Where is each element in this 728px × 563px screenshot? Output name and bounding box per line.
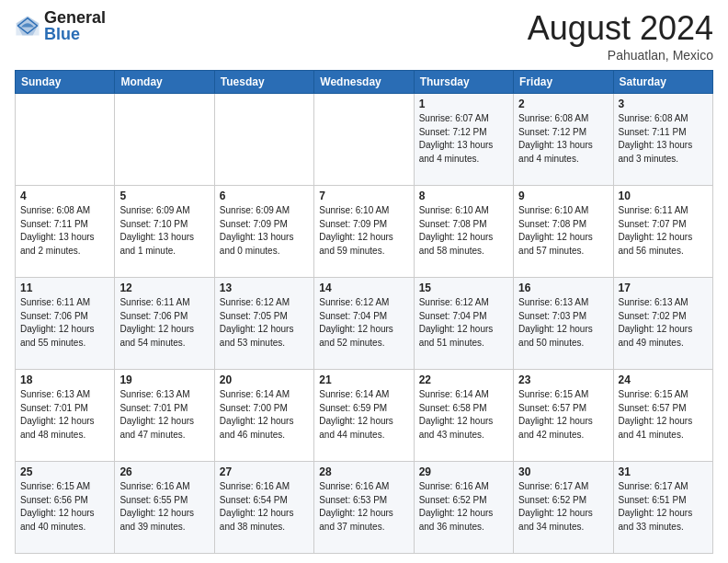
day-number: 26 (119, 465, 209, 478)
calendar-cell: 14Sunrise: 6:12 AM Sunset: 7:04 PM Dayli… (314, 278, 414, 370)
calendar-cell: 16Sunrise: 6:13 AM Sunset: 7:03 PM Dayli… (514, 278, 613, 370)
day-number: 11 (20, 282, 109, 294)
day-info: Sunrise: 6:11 AM Sunset: 7:07 PM Dayligh… (619, 204, 708, 258)
day-info: Sunrise: 6:08 AM Sunset: 7:11 PM Dayligh… (20, 204, 109, 258)
calendar-cell: 1Sunrise: 6:07 AM Sunset: 7:12 PM Daylig… (414, 94, 513, 186)
day-number: 2 (518, 98, 608, 110)
calendar-cell: 20Sunrise: 6:14 AM Sunset: 7:00 PM Dayli… (214, 370, 313, 462)
day-info: Sunrise: 6:14 AM Sunset: 7:00 PM Dayligh… (220, 388, 309, 442)
day-number: 19 (119, 373, 209, 386)
day-number: 10 (619, 190, 708, 202)
calendar-cell: 10Sunrise: 6:11 AM Sunset: 7:07 PM Dayli… (613, 186, 712, 278)
day-number: 7 (319, 190, 408, 202)
day-number: 30 (518, 465, 608, 478)
day-info: Sunrise: 6:15 AM Sunset: 6:57 PM Dayligh… (518, 388, 608, 442)
day-info: Sunrise: 6:13 AM Sunset: 7:01 PM Dayligh… (119, 388, 209, 442)
header: General Blue August 2024 Pahuatlan, Mexi… (15, 9, 713, 63)
day-header-monday: Monday (115, 71, 214, 94)
calendar-cell: 19Sunrise: 6:13 AM Sunset: 7:01 PM Dayli… (115, 370, 214, 462)
calendar-cell: 5Sunrise: 6:09 AM Sunset: 7:10 PM Daylig… (115, 186, 214, 278)
day-number: 5 (119, 190, 209, 202)
calendar-cell: 26Sunrise: 6:16 AM Sunset: 6:55 PM Dayli… (115, 462, 214, 554)
day-info: Sunrise: 6:12 AM Sunset: 7:05 PM Dayligh… (220, 296, 309, 350)
calendar-week-4: 18Sunrise: 6:13 AM Sunset: 7:01 PM Dayli… (16, 370, 713, 462)
day-number: 17 (619, 282, 708, 294)
calendar-cell: 12Sunrise: 6:11 AM Sunset: 7:06 PM Dayli… (115, 278, 214, 370)
day-number: 4 (20, 190, 109, 202)
calendar-cell: 11Sunrise: 6:11 AM Sunset: 7:06 PM Dayli… (16, 278, 115, 370)
day-info: Sunrise: 6:14 AM Sunset: 6:59 PM Dayligh… (319, 388, 408, 442)
title-block: August 2024 Pahuatlan, Mexico (528, 9, 713, 63)
day-info: Sunrise: 6:17 AM Sunset: 6:51 PM Dayligh… (619, 480, 708, 534)
day-info: Sunrise: 6:11 AM Sunset: 7:06 PM Dayligh… (119, 296, 209, 350)
calendar-week-5: 25Sunrise: 6:15 AM Sunset: 6:56 PM Dayli… (16, 462, 713, 554)
calendar-cell: 28Sunrise: 6:16 AM Sunset: 6:53 PM Dayli… (314, 462, 414, 554)
day-number: 20 (220, 373, 309, 386)
calendar-week-3: 11Sunrise: 6:11 AM Sunset: 7:06 PM Dayli… (16, 278, 713, 370)
main-title: August 2024 (528, 9, 713, 48)
logo-blue-text: Blue (44, 26, 106, 42)
day-number: 25 (20, 465, 109, 478)
day-info: Sunrise: 6:15 AM Sunset: 6:57 PM Dayligh… (619, 388, 708, 442)
day-number: 18 (20, 373, 109, 386)
day-info: Sunrise: 6:10 AM Sunset: 7:08 PM Dayligh… (518, 204, 608, 258)
day-info: Sunrise: 6:13 AM Sunset: 7:03 PM Dayligh… (518, 296, 608, 350)
calendar-cell: 7Sunrise: 6:10 AM Sunset: 7:09 PM Daylig… (314, 186, 414, 278)
day-header-friday: Friday (514, 71, 613, 94)
day-number: 31 (619, 465, 708, 478)
calendar-cell: 25Sunrise: 6:15 AM Sunset: 6:56 PM Dayli… (16, 462, 115, 554)
day-number: 1 (419, 98, 508, 110)
day-info: Sunrise: 6:08 AM Sunset: 7:11 PM Dayligh… (619, 112, 708, 166)
day-number: 15 (419, 282, 508, 294)
calendar-cell (16, 94, 115, 186)
calendar-cell: 15Sunrise: 6:12 AM Sunset: 7:04 PM Dayli… (414, 278, 513, 370)
calendar-cell: 2Sunrise: 6:08 AM Sunset: 7:12 PM Daylig… (514, 94, 613, 186)
day-info: Sunrise: 6:13 AM Sunset: 7:02 PM Dayligh… (619, 296, 708, 350)
day-info: Sunrise: 6:14 AM Sunset: 6:58 PM Dayligh… (419, 388, 508, 442)
day-info: Sunrise: 6:15 AM Sunset: 6:56 PM Dayligh… (20, 480, 109, 534)
day-number: 16 (518, 282, 608, 294)
day-number: 22 (419, 373, 508, 386)
day-info: Sunrise: 6:13 AM Sunset: 7:01 PM Dayligh… (20, 388, 109, 442)
day-number: 21 (319, 373, 408, 386)
calendar-cell: 24Sunrise: 6:15 AM Sunset: 6:57 PM Dayli… (613, 370, 712, 462)
day-info: Sunrise: 6:16 AM Sunset: 6:52 PM Dayligh… (419, 480, 508, 534)
day-header-thursday: Thursday (414, 71, 513, 94)
day-info: Sunrise: 6:16 AM Sunset: 6:55 PM Dayligh… (119, 480, 209, 534)
calendar-cell: 8Sunrise: 6:10 AM Sunset: 7:08 PM Daylig… (414, 186, 513, 278)
calendar-cell (214, 94, 313, 186)
day-number: 24 (619, 373, 708, 386)
day-number: 9 (518, 190, 608, 202)
calendar-cell: 27Sunrise: 6:16 AM Sunset: 6:54 PM Dayli… (214, 462, 313, 554)
day-header-sunday: Sunday (16, 71, 115, 94)
day-info: Sunrise: 6:12 AM Sunset: 7:04 PM Dayligh… (419, 296, 508, 350)
calendar-cell: 23Sunrise: 6:15 AM Sunset: 6:57 PM Dayli… (514, 370, 613, 462)
calendar-header-row: SundayMondayTuesdayWednesdayThursdayFrid… (16, 71, 713, 94)
day-info: Sunrise: 6:17 AM Sunset: 6:52 PM Dayligh… (518, 480, 608, 534)
calendar-cell: 17Sunrise: 6:13 AM Sunset: 7:02 PM Dayli… (613, 278, 712, 370)
calendar-cell: 6Sunrise: 6:09 AM Sunset: 7:09 PM Daylig… (214, 186, 313, 278)
logo-icon (15, 13, 40, 39)
day-number: 23 (518, 373, 608, 386)
day-number: 13 (220, 282, 309, 294)
calendar-cell: 30Sunrise: 6:17 AM Sunset: 6:52 PM Dayli… (514, 462, 613, 554)
day-number: 29 (419, 465, 508, 478)
day-number: 8 (419, 190, 508, 202)
day-header-tuesday: Tuesday (214, 71, 313, 94)
calendar-cell (115, 94, 214, 186)
page: General Blue August 2024 Pahuatlan, Mexi… (0, 0, 728, 563)
day-info: Sunrise: 6:07 AM Sunset: 7:12 PM Dayligh… (419, 112, 508, 166)
calendar-cell: 21Sunrise: 6:14 AM Sunset: 6:59 PM Dayli… (314, 370, 414, 462)
day-info: Sunrise: 6:10 AM Sunset: 7:09 PM Dayligh… (319, 204, 408, 258)
day-number: 28 (319, 465, 408, 478)
day-header-saturday: Saturday (613, 71, 712, 94)
day-number: 6 (220, 190, 309, 202)
calendar-cell: 13Sunrise: 6:12 AM Sunset: 7:05 PM Dayli… (214, 278, 313, 370)
calendar-cell: 18Sunrise: 6:13 AM Sunset: 7:01 PM Dayli… (16, 370, 115, 462)
calendar-cell: 29Sunrise: 6:16 AM Sunset: 6:52 PM Dayli… (414, 462, 513, 554)
calendar-week-1: 1Sunrise: 6:07 AM Sunset: 7:12 PM Daylig… (16, 94, 713, 186)
day-number: 3 (619, 98, 708, 110)
calendar-cell: 4Sunrise: 6:08 AM Sunset: 7:11 PM Daylig… (16, 186, 115, 278)
day-info: Sunrise: 6:12 AM Sunset: 7:04 PM Dayligh… (319, 296, 408, 350)
calendar-cell: 3Sunrise: 6:08 AM Sunset: 7:11 PM Daylig… (613, 94, 712, 186)
